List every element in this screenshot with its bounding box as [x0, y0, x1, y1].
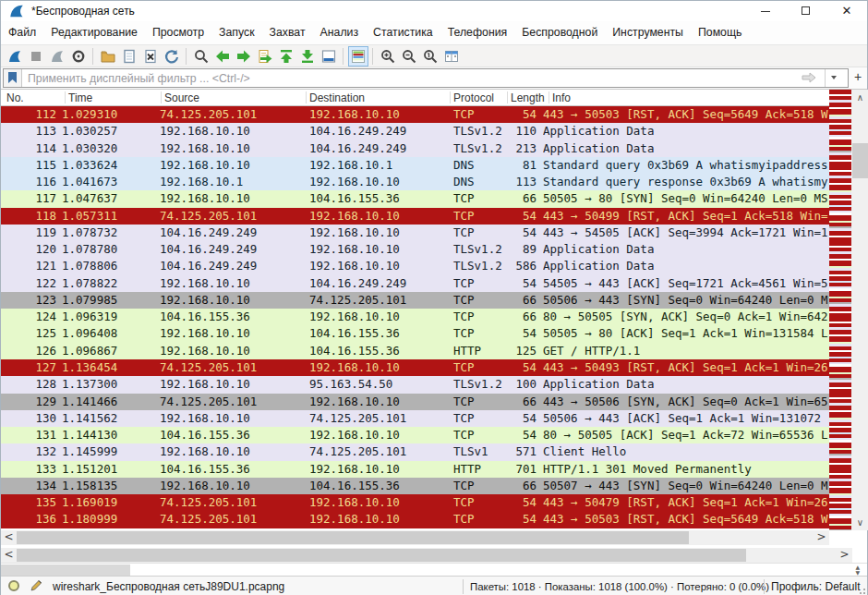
column-header-protocol[interactable]: Protocol [453, 90, 494, 105]
column-header-destination[interactable]: Destination [309, 90, 365, 105]
save-file-icon[interactable] [119, 46, 139, 67]
horizontal-scroll-thumb[interactable] [17, 531, 689, 544]
capture-options-icon[interactable] [68, 46, 89, 67]
column-divider[interactable] [161, 91, 162, 103]
open-file-icon[interactable] [98, 46, 118, 67]
resize-grip[interactable] [857, 586, 866, 595]
packet-row-114[interactable]: 1141.030320192.168.10.10104.16.249.249TL… [1, 140, 829, 157]
column-divider[interactable] [306, 91, 307, 103]
packet-row-116[interactable]: 1161.041673192.168.10.1192.168.10.10DNS1… [1, 174, 829, 190]
menu-9[interactable]: Беспроводной [514, 21, 605, 44]
column-divider[interactable] [450, 91, 451, 103]
capture-status-icon[interactable] [8, 580, 19, 591]
packet-info: 50505 → 80 [SYN] Seq=0 Win=64240 Len=0 M… [543, 190, 829, 207]
packet-row-125[interactable]: 1251.096408192.168.10.10104.16.155.36TCP… [1, 325, 829, 342]
status-profile[interactable]: Профиль: Default [771, 580, 861, 593]
menu-4[interactable]: Запуск [211, 21, 261, 44]
packet-row-121[interactable]: 1211.078806104.16.249.249192.168.10.10TL… [1, 258, 829, 274]
scroll-up-icon[interactable]: ∧ [851, 90, 868, 105]
packet-row-132[interactable]: 1321.145999192.168.10.1074.125.205.101TL… [1, 443, 829, 460]
column-header-length[interactable]: Length [511, 90, 545, 105]
filter-bookmark-button[interactable] [4, 69, 22, 87]
close-button[interactable]: ✕ [826, 1, 867, 21]
vertical-scroll-thumb[interactable] [852, 143, 868, 178]
packet-row-123[interactable]: 1231.079985192.168.10.1074.125.205.101TC… [1, 292, 829, 309]
display-filter-input[interactable]: Применить дисплейный фильтр ... <Ctrl-/> [3, 68, 849, 88]
zoom-original-icon[interactable] [420, 46, 440, 67]
add-filter-button[interactable]: + [850, 69, 865, 86]
packet-protocol: TCP [453, 511, 475, 528]
menu-10[interactable]: Инструменты [605, 21, 691, 44]
horizontal-scroll-thumb[interactable] [17, 549, 746, 562]
go-to-packet-icon[interactable] [255, 46, 275, 67]
packet-row-129[interactable]: 1291.14146674.125.205.101192.168.10.10TC… [1, 394, 829, 410]
menu-8[interactable]: Телефония [440, 21, 515, 44]
menu-7[interactable]: Статистика [366, 21, 440, 44]
packet-row-119[interactable]: 1191.078732104.16.249.249192.168.10.10TC… [1, 225, 829, 241]
go-last-icon[interactable] [297, 46, 318, 67]
resize-columns-icon[interactable] [441, 46, 462, 67]
column-header-time[interactable]: Time [68, 90, 92, 105]
packet-row-136[interactable]: 1361.18099974.125.205.101192.168.10.10TC… [1, 511, 829, 528]
packet-map-scrollbar[interactable] [829, 90, 851, 530]
apply-filter-icon[interactable] [802, 72, 816, 83]
menu-5[interactable]: Захват [262, 21, 313, 44]
auto-scroll-icon[interactable] [319, 46, 339, 67]
reload-file-icon[interactable] [162, 46, 182, 67]
go-next-icon[interactable] [234, 46, 254, 67]
zoom-in-icon[interactable] [378, 46, 398, 67]
packet-info: 443 → 50479 [RST, ACK] Seq=1 Ack=1 Win=2… [543, 494, 829, 511]
vertical-scrollbar[interactable]: ∧ ∨ [851, 90, 868, 530]
close-file-icon[interactable] [140, 46, 161, 67]
column-header-info[interactable]: Info [552, 90, 571, 105]
horizontal-scrollbar-top[interactable]: < > [1, 530, 829, 545]
packet-row-130[interactable]: 1301.141562192.168.10.1074.125.205.101TC… [1, 410, 829, 427]
packet-row-124[interactable]: 1241.096319104.16.155.36192.168.10.10TCP… [1, 309, 829, 325]
packet-row-131[interactable]: 1311.144130104.16.155.36192.168.10.10TCP… [1, 427, 829, 443]
packet-row-118[interactable]: 1181.05731174.125.205.101192.168.10.10TC… [1, 208, 829, 225]
filter-dropdown-button[interactable] [825, 69, 837, 87]
menu-3[interactable]: Просмотр [145, 21, 211, 44]
column-divider[interactable] [549, 91, 549, 103]
packet-row-113[interactable]: 1131.030257192.168.10.10104.16.249.249TL… [1, 123, 829, 140]
menu-2[interactable]: Редактирование [43, 21, 145, 44]
packet-row-122[interactable]: 1221.078822192.168.10.10104.16.249.249TC… [1, 275, 829, 292]
column-header-no[interactable]: No. [6, 90, 24, 105]
packet-row-120[interactable]: 1201.078780104.16.249.249192.168.10.10TL… [1, 241, 829, 258]
packet-row-117[interactable]: 1171.047637192.168.10.10104.16.155.36TCP… [1, 190, 829, 207]
scroll-right-icon[interactable]: > [837, 548, 852, 563]
menu-11[interactable]: Помощь [691, 21, 750, 44]
maximize-button[interactable] [786, 1, 826, 21]
packet-row-127[interactable]: 1271.13645474.125.205.101192.168.10.10TC… [1, 359, 829, 376]
packet-row-135[interactable]: 1351.16901974.125.205.101192.168.10.10TC… [1, 494, 829, 511]
packet-row-126[interactable]: 1261.096867192.168.10.10104.16.155.36HTT… [1, 343, 829, 359]
column-divider[interactable] [507, 91, 508, 103]
scroll-down-icon[interactable]: ∨ [851, 515, 868, 530]
go-previous-icon[interactable] [212, 46, 233, 67]
packet-row-133[interactable]: 1331.151201104.16.155.36192.168.10.10HTT… [1, 461, 829, 478]
packet-row-112[interactable]: 1121.02931074.125.205.101192.168.10.10TC… [1, 106, 829, 123]
horizontal-scrollbar-bottom[interactable]: < > [1, 548, 852, 563]
column-header-source[interactable]: Source [164, 90, 199, 105]
stop-capture-icon[interactable] [26, 46, 46, 67]
packet-row-134[interactable]: 1341.158135192.168.10.10104.16.155.36TCP… [1, 478, 829, 494]
menu-6[interactable]: Анализ [313, 21, 367, 44]
scroll-left-icon[interactable]: < [1, 548, 17, 563]
colorize-icon[interactable] [348, 46, 368, 67]
capture-comment-icon[interactable] [29, 578, 43, 593]
zoom-out-icon[interactable] [399, 46, 419, 67]
scroll-left-icon[interactable]: < [1, 530, 17, 545]
spin-buttons[interactable]: ▲▼ [855, 565, 860, 576]
start-capture-icon[interactable] [5, 46, 25, 67]
find-packet-icon[interactable] [191, 46, 211, 67]
restart-capture-icon[interactable] [47, 46, 67, 67]
packet-row-115[interactable]: 1151.033624192.168.10.10192.168.10.1DNS8… [1, 157, 829, 174]
packet-time: 1.079985 [62, 292, 117, 309]
minimize-button[interactable] [745, 1, 786, 21]
packet-row-128[interactable]: 1281.137300192.168.10.1095.163.54.50TLSv… [1, 376, 829, 393]
packet-time: 1.096867 [62, 343, 117, 359]
scroll-right-icon[interactable]: > [814, 530, 829, 545]
column-divider[interactable] [65, 91, 66, 103]
menu-1[interactable]: Файл [1, 21, 43, 44]
go-first-icon[interactable] [276, 46, 296, 67]
